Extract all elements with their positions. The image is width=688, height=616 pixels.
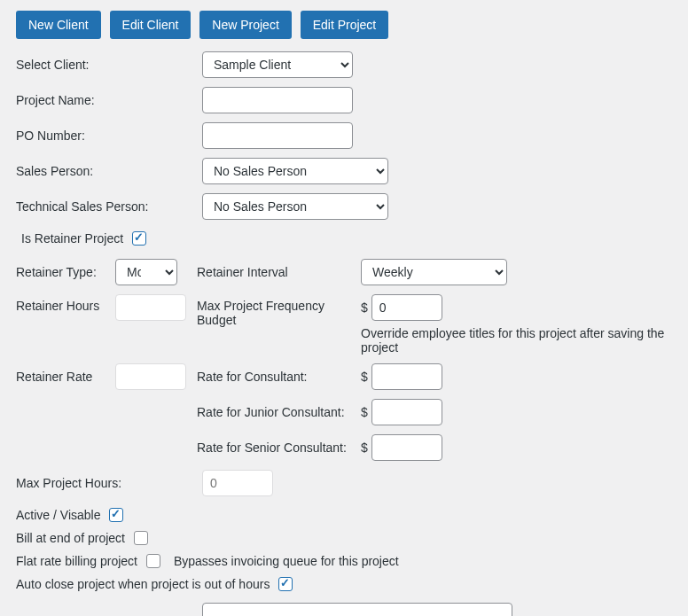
- bill-end-label: Bill at end of project: [16, 531, 125, 545]
- new-client-button[interactable]: New Client: [16, 11, 101, 39]
- auto-close-label: Auto close project when project is out o…: [16, 577, 270, 591]
- is-retainer-label: Is Retainer Project: [21, 231, 123, 246]
- retainer-interval-label: Retainer Interval: [197, 265, 361, 279]
- rate-consultant-label: Rate for Consultant:: [197, 370, 361, 384]
- rate-senior-input[interactable]: [371, 434, 442, 461]
- po-number-input[interactable]: [202, 122, 353, 149]
- auto-close-checkbox[interactable]: [278, 577, 293, 591]
- bypass-invoice-label: Bypasses invoicing queue for this projec…: [174, 554, 399, 568]
- sales-person-dropdown[interactable]: No Sales Person: [202, 158, 388, 184]
- notes-label: Notes:: [16, 603, 202, 616]
- retainer-interval-dropdown[interactable]: Weekly: [361, 259, 507, 285]
- project-name-input[interactable]: [202, 87, 353, 113]
- tech-sales-label: Technical Sales Person:: [16, 199, 202, 214]
- retainer-hours-label: Retainer Hours: [16, 294, 115, 313]
- max-hours-input[interactable]: [202, 470, 273, 496]
- project-name-label: Project Name:: [16, 93, 202, 107]
- max-hours-label: Max Project Hours:: [16, 476, 202, 490]
- retainer-rate-label: Retainer Rate: [16, 370, 115, 384]
- rate-junior-input[interactable]: [371, 399, 442, 425]
- retainer-type-label: Retainer Type:: [16, 265, 115, 279]
- rate-junior-label: Rate for Junior Consultant:: [197, 405, 361, 419]
- bill-end-checkbox[interactable]: [134, 531, 148, 545]
- tech-sales-dropdown[interactable]: No Sales Person: [202, 193, 388, 220]
- notes-textarea[interactable]: [202, 603, 512, 616]
- top-button-row: New Client Edit Client New Project Edit …: [16, 11, 672, 39]
- edit-project-button[interactable]: Edit Project: [301, 11, 389, 39]
- max-freq-budget-input[interactable]: [371, 294, 442, 321]
- edit-client-button[interactable]: Edit Client: [110, 11, 192, 39]
- new-project-button[interactable]: New Project: [199, 11, 291, 39]
- retainer-rate-input[interactable]: [115, 363, 186, 390]
- dollar-sign: $: [361, 370, 368, 384]
- select-client-label: Select Client:: [16, 58, 202, 72]
- active-visible-checkbox[interactable]: [109, 508, 123, 522]
- rate-consultant-input[interactable]: [371, 363, 442, 390]
- is-retainer-checkbox[interactable]: [132, 231, 146, 246]
- active-visible-label: Active / Visable: [16, 508, 100, 522]
- flat-rate-checkbox[interactable]: [146, 554, 160, 568]
- sales-person-label: Sales Person:: [16, 164, 202, 178]
- flat-rate-label: Flat rate billing project: [16, 554, 137, 568]
- dollar-sign: $: [361, 405, 368, 419]
- max-freq-budget-label: Max Project Frequency Budget: [197, 294, 361, 327]
- retainer-hours-input[interactable]: [115, 294, 186, 321]
- dollar-sign: $: [361, 441, 368, 455]
- retainer-type-dropdown[interactable]: Money: [115, 259, 177, 285]
- dollar-sign: $: [361, 300, 368, 315]
- select-client-dropdown[interactable]: Sample Client: [202, 51, 353, 78]
- rate-senior-label: Rate for Senior Consultant:: [197, 441, 361, 455]
- po-number-label: PO Number:: [16, 129, 202, 143]
- override-note: Override employee titles for this projec…: [361, 326, 672, 355]
